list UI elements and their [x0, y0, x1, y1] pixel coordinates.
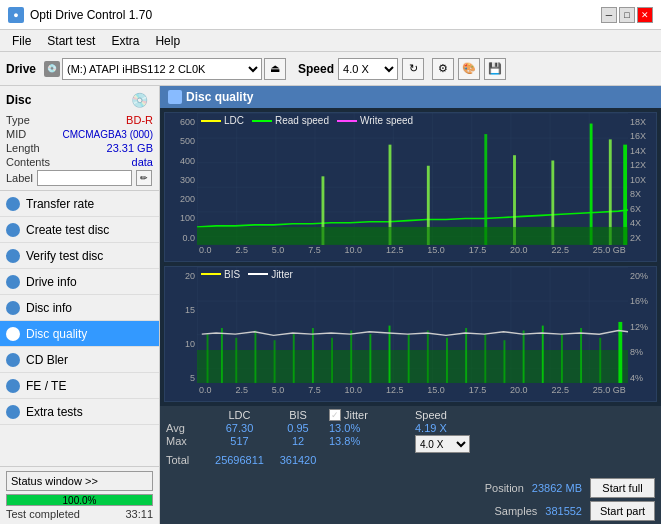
- toolbar: Drive 💿 (M:) ATAPI iHBS112 2 CL0K ⏏ Spee…: [0, 52, 661, 86]
- jitter-checkbox[interactable]: ✓: [329, 409, 341, 421]
- svg-rect-24: [369, 334, 371, 383]
- svg-rect-14: [197, 350, 628, 383]
- disc-title: Disc: [6, 93, 31, 107]
- start-part-button[interactable]: Start part: [590, 501, 655, 521]
- speed-select[interactable]: 4.0 X: [338, 58, 398, 80]
- cd-bler-icon: [6, 353, 20, 367]
- app-title: Opti Drive Control 1.70: [30, 8, 152, 22]
- fe-te-icon: [6, 379, 20, 393]
- svg-rect-36: [599, 338, 601, 383]
- save-button[interactable]: 💾: [484, 58, 506, 80]
- svg-rect-11: [197, 227, 628, 245]
- sidebar-item-disc-quality[interactable]: Disc quality: [0, 321, 159, 347]
- verify-test-disc-icon: [6, 249, 20, 263]
- close-button[interactable]: ✕: [637, 7, 653, 23]
- menu-file[interactable]: File: [4, 32, 39, 50]
- menu-bar: File Start test Extra Help: [0, 30, 661, 52]
- svg-rect-15: [207, 334, 209, 383]
- sidebar-item-disc-info[interactable]: Disc info: [0, 295, 159, 321]
- create-test-disc-icon: [6, 223, 20, 237]
- type-value: BD-R: [126, 114, 153, 126]
- minimize-button[interactable]: ─: [601, 7, 617, 23]
- menu-help[interactable]: Help: [147, 32, 188, 50]
- top-y-axis-right: 18X 16X 14X 12X 10X 8X 6X 4X 2X: [628, 113, 656, 261]
- position-label: Position: [485, 482, 524, 494]
- stats-right: Position 23862 MB Start full Samples 381…: [485, 478, 655, 521]
- charts-area: 600 500 400 300 200 100 0.0 LDC: [160, 108, 661, 406]
- bottom-chart: 20 15 10 5 BIS Jitter: [164, 266, 657, 402]
- svg-rect-23: [350, 330, 352, 382]
- status-window-button[interactable]: Status window >>: [6, 471, 153, 491]
- mid-value: CMCMAGBA3 (000): [62, 129, 153, 140]
- svg-rect-18: [254, 330, 256, 382]
- sidebar-label-cd-bler: CD Bler: [26, 353, 68, 367]
- disc-quality-icon: [6, 327, 20, 341]
- color-button[interactable]: 🎨: [458, 58, 480, 80]
- sidebar-item-transfer-rate[interactable]: Transfer rate: [0, 191, 159, 217]
- right-panel: Disc quality 600 500 400 300 200 100 0.0: [160, 86, 661, 524]
- drive-label: Drive: [6, 62, 36, 76]
- menu-extra[interactable]: Extra: [103, 32, 147, 50]
- label-input[interactable]: [37, 170, 132, 186]
- disc-section: Disc 💿 Type BD-R MID CMCMAGBA3 (000) Len…: [0, 86, 159, 191]
- bottom-x-axis: 0.02.55.07.510.012.515.017.520.022.525.0…: [197, 385, 628, 401]
- ldc-max: 517: [212, 435, 267, 453]
- settings-button[interactable]: ⚙: [432, 58, 454, 80]
- svg-rect-32: [523, 330, 525, 382]
- sidebar-item-fe-te[interactable]: FE / TE: [0, 373, 159, 399]
- eject-button[interactable]: ⏏: [264, 58, 286, 80]
- svg-rect-16: [221, 328, 223, 383]
- label-edit-button[interactable]: ✏: [136, 170, 152, 186]
- svg-rect-21: [312, 328, 314, 383]
- bottom-chart-svg: [197, 267, 628, 401]
- start-full-button[interactable]: Start full: [590, 478, 655, 498]
- ldc-avg: 67.30: [212, 422, 267, 434]
- svg-rect-27: [427, 330, 429, 382]
- bis-avg: 0.95: [273, 422, 323, 434]
- sidebar-item-drive-info[interactable]: Drive info: [0, 269, 159, 295]
- top-x-axis: 0.02.55.07.510.012.515.017.520.022.525.0…: [197, 245, 628, 261]
- bottom-y-axis-left: 20 15 10 5: [165, 267, 197, 401]
- status-time: 33:11: [125, 508, 153, 520]
- svg-rect-25: [389, 325, 391, 382]
- left-panel: Disc 💿 Type BD-R MID CMCMAGBA3 (000) Len…: [0, 86, 160, 524]
- menu-start-test[interactable]: Start test: [39, 32, 103, 50]
- drive-info-icon: [6, 275, 20, 289]
- bis-total: 361420: [273, 454, 323, 466]
- position-val: 23862 MB: [532, 482, 582, 494]
- speed-dropdown[interactable]: 4.0 X: [415, 435, 470, 453]
- sidebar-label-verify-test-disc: Verify test disc: [26, 249, 103, 263]
- svg-rect-28: [446, 338, 448, 383]
- svg-rect-8: [590, 124, 593, 245]
- svg-rect-30: [484, 334, 486, 383]
- status-text: Test completed: [6, 508, 80, 520]
- sidebar-label-fe-te: FE / TE: [26, 379, 66, 393]
- sidebar-item-cd-bler[interactable]: CD Bler: [0, 347, 159, 373]
- sidebar-label-disc-info: Disc info: [26, 301, 72, 315]
- disc-label-label: Label: [6, 172, 33, 184]
- samples-val: 381552: [545, 505, 582, 517]
- top-legend: LDC Read speed Write speed: [201, 115, 413, 126]
- svg-rect-35: [580, 328, 582, 383]
- sidebar-item-verify-test-disc[interactable]: Verify test disc: [0, 243, 159, 269]
- speed-val: 4.19 X: [415, 422, 465, 434]
- contents-value: data: [132, 156, 153, 168]
- bottom-legend: BIS Jitter: [201, 269, 293, 280]
- sidebar-item-extra-tests[interactable]: Extra tests: [0, 399, 159, 425]
- chart-title: Disc quality: [186, 90, 253, 104]
- disc-load-icon[interactable]: 💿: [125, 90, 153, 110]
- drive-select[interactable]: (M:) ATAPI iHBS112 2 CL0K: [62, 58, 262, 80]
- svg-rect-34: [561, 334, 563, 383]
- total-label: Total: [166, 454, 206, 466]
- extra-tests-icon: [6, 405, 20, 419]
- max-label: Max: [166, 435, 206, 453]
- ldc-total: 25696811: [212, 454, 267, 466]
- sidebar-label-extra-tests: Extra tests: [26, 405, 83, 419]
- bottom-y-axis-right: 20% 16% 12% 8% 4%: [628, 267, 656, 401]
- sidebar-item-create-test-disc[interactable]: Create test disc: [0, 217, 159, 243]
- ldc-header: LDC: [212, 409, 267, 421]
- speed-header: Speed: [415, 409, 465, 421]
- refresh-button[interactable]: ↻: [402, 58, 424, 80]
- mid-label: MID: [6, 128, 26, 140]
- maximize-button[interactable]: □: [619, 7, 635, 23]
